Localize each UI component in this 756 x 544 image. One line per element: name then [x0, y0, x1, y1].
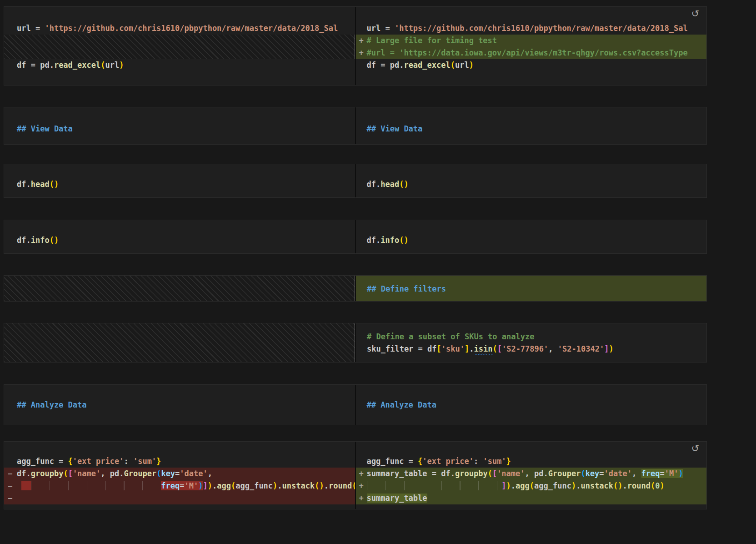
code-token: ) — [54, 180, 59, 189]
code-token: df. — [17, 469, 31, 478]
diff-marker: − — [8, 480, 12, 492]
missing-cell-filler — [4, 323, 355, 362]
code-token: = — [660, 469, 664, 478]
code-token: ## Analyze Data — [17, 400, 87, 409]
code-token: [ — [437, 344, 441, 353]
code-token: , — [548, 344, 557, 353]
markdown-line[interactable]: ## View Data — [356, 123, 707, 135]
diff-right-pane: ## View Data — [355, 107, 707, 144]
code-token — [17, 481, 21, 490]
code-token: agg_func — [534, 481, 571, 490]
diff-left-pane: df.head() — [4, 164, 355, 197]
code-line[interactable]: # Define a subset of SKUs to analyze — [356, 331, 706, 343]
diff-marker: − — [8, 468, 12, 480]
code-token: groupby — [455, 469, 488, 478]
code-token: [ — [68, 469, 73, 478]
markdown-line[interactable]: ## View Data — [4, 123, 355, 135]
code-line[interactable]: +# Large file for timing test — [356, 35, 707, 47]
code-token: ( — [63, 469, 68, 478]
code-line[interactable]: +summary_table — [356, 492, 707, 504]
code-token: = — [180, 481, 184, 490]
deleted-lines-filler — [4, 35, 355, 59]
code-token: round — [627, 481, 651, 490]
code-token: url — [455, 60, 469, 70]
code-line[interactable]: agg_func = {'ext price': 'sum'} — [4, 455, 355, 468]
notebook-diff-editor: url = 'https://github.com/chris1610/pbpy… — [0, 6, 756, 509]
code-line[interactable]: df.info() — [356, 234, 707, 247]
code-token: { — [418, 457, 422, 466]
code-token: info — [381, 236, 399, 245]
code-token: df. — [367, 180, 381, 189]
code-token: agg — [217, 481, 231, 490]
code-line[interactable]: df.head() — [4, 178, 355, 191]
code-token: url = — [17, 24, 45, 33]
code-line[interactable]: +#url = 'https://data.iowa.gov/api/views… — [356, 47, 707, 59]
code-token: df. — [17, 236, 31, 245]
code-token: 'S2-10342' — [558, 344, 604, 353]
markdown-line[interactable]: ## Analyze Data — [4, 399, 355, 411]
code-token: isin — [474, 344, 492, 353]
code-token: agg — [516, 481, 530, 490]
code-token: , — [208, 469, 212, 478]
code-token: . — [469, 344, 474, 353]
code-line[interactable]: − — [4, 492, 355, 504]
code-line[interactable]: df.head() — [356, 178, 707, 191]
diff-left-pane: agg_func = {'ext price': 'sum'}−df.group… — [4, 442, 355, 509]
code-line[interactable]: sku_filter = df['sku'].isin(['S2-77896',… — [356, 343, 706, 355]
code-token: . — [277, 481, 282, 490]
code-token: ( — [100, 60, 105, 70]
code-line[interactable]: df = pd.read_excel(url) — [356, 59, 707, 71]
code-token: Grouper — [124, 469, 156, 478]
code-line[interactable]: df.info() — [4, 234, 355, 247]
code-token: 'name' — [73, 469, 100, 478]
diff-marker: + — [359, 480, 364, 492]
code-line[interactable]: −df.groupby(['name', pd.Grouper(key='dat… — [4, 468, 355, 480]
diff-right-pane: url = 'https://github.com/chris1610/pbpy… — [355, 7, 707, 85]
code-line[interactable]: url = 'https://github.com/chris1610/pbpy… — [4, 22, 355, 35]
code-token — [31, 481, 161, 490]
markdown-line[interactable]: ## Define filters — [356, 283, 706, 295]
code-token: ( — [651, 481, 655, 490]
code-line[interactable]: url = 'https://github.com/chris1610/pbpy… — [356, 22, 707, 35]
markdown-line[interactable]: ## Analyze Data — [356, 399, 707, 411]
code-line[interactable]: − freq='M')]).agg(agg_func).unstack().ro… — [4, 480, 355, 492]
code-token: . — [324, 481, 329, 490]
code-token: ] — [604, 344, 609, 353]
revert-cell-icon[interactable]: ↺ — [691, 444, 699, 453]
diff-right-pane: ## Analyze Data — [355, 385, 707, 425]
diff-right-pane: df.info() — [355, 220, 707, 253]
code-token: agg_func — [235, 481, 273, 490]
code-token: ( — [581, 469, 585, 478]
code-token: , pd. — [525, 469, 548, 478]
code-token: . — [623, 481, 627, 490]
code-token: ) — [609, 344, 613, 353]
code-token — [367, 481, 502, 490]
code-token: ( — [156, 469, 161, 478]
revert-cell-icon[interactable]: ↺ — [691, 9, 699, 19]
code-token: . — [511, 481, 516, 490]
code-line[interactable]: df = pd.read_excel(url) — [4, 59, 355, 71]
code-token: 'https://github.com/chris1610/pbpython/r… — [45, 24, 338, 33]
code-token — [21, 481, 30, 490]
code-token: #url = 'https://data.iowa.gov/api/views/… — [367, 48, 688, 57]
code-token: ) — [208, 481, 212, 490]
code-token: ( — [488, 469, 492, 478]
code-token: # Large file for timing test — [367, 36, 497, 45]
code-token: ) — [119, 60, 124, 70]
code-token: agg_func = — [367, 457, 418, 466]
code-line[interactable]: +summary_table = df.groupby(['name', pd.… — [356, 468, 707, 480]
code-token: { — [68, 457, 73, 466]
code-line[interactable]: + ]).agg(agg_func).unstack().round(0) — [356, 480, 707, 492]
code-token: [ — [492, 469, 497, 478]
code-token: read_excel — [54, 60, 100, 70]
code-token: ) — [404, 180, 408, 189]
code-token: ) — [506, 481, 511, 490]
code-token: ( — [492, 344, 497, 353]
code-token: , pd. — [100, 469, 124, 478]
diff-right-pane: df.head() — [355, 164, 707, 197]
diff-marker: + — [359, 47, 364, 59]
code-token: groupby — [31, 469, 64, 478]
code-line[interactable]: agg_func = {'ext price': 'sum'} — [356, 455, 707, 468]
cell-diff-import: url = 'https://github.com/chris1610/pbpy… — [4, 6, 707, 86]
diff-marker: − — [8, 492, 12, 504]
